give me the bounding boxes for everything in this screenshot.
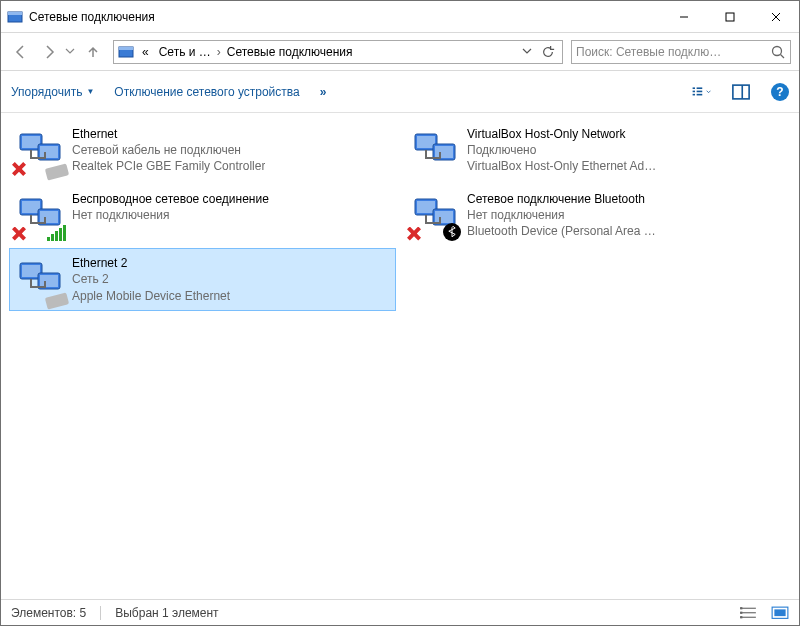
details-view-button[interactable] — [739, 606, 757, 620]
connection-device: VirtualBox Host-Only Ethernet Ad… — [467, 158, 656, 174]
address-bar[interactable]: « Сеть и … › Сетевые подключения — [113, 40, 563, 64]
breadcrumb-prefix[interactable]: « — [138, 43, 153, 61]
disable-device-button[interactable]: Отключение сетевого устройства — [114, 85, 299, 99]
breadcrumb-item-2[interactable]: Сетевые подключения — [223, 43, 357, 61]
address-dropdown-button[interactable] — [520, 45, 534, 59]
help-button[interactable]: ? — [771, 83, 789, 101]
toolbar-more-button[interactable]: » — [320, 85, 327, 99]
window-icon — [7, 9, 23, 25]
svg-rect-11 — [693, 91, 695, 93]
chevron-right-icon: › — [217, 45, 221, 59]
connection-text: Сетевое подключение BluetoothНет подключ… — [467, 191, 656, 240]
connection-name: VirtualBox Host-Only Network — [467, 126, 656, 142]
svg-rect-25 — [435, 146, 453, 158]
titlebar: Сетевые подключения — [1, 1, 799, 33]
navbar: « Сеть и … › Сетевые подключения Поиск: … — [1, 33, 799, 71]
svg-line-9 — [781, 54, 785, 58]
nav-arrows — [9, 40, 105, 64]
bluetooth-icon — [443, 223, 461, 241]
svg-rect-15 — [697, 94, 703, 96]
search-input[interactable]: Поиск: Сетевые подклю… — [571, 40, 791, 64]
svg-rect-21 — [40, 146, 58, 158]
connection-item[interactable]: VirtualBox Host-Only NetworkПодключеноVi… — [404, 119, 791, 182]
large-icons-view-button[interactable] — [771, 606, 789, 620]
connection-device: Bluetooth Device (Personal Area … — [467, 223, 656, 239]
svg-rect-3 — [726, 13, 734, 21]
connection-text: VirtualBox Host-Only NetworkПодключеноVi… — [467, 126, 656, 175]
svg-rect-33 — [435, 211, 453, 223]
breadcrumb: « Сеть и … › Сетевые подключения — [138, 43, 516, 61]
toolbar: Упорядочить ▼ Отключение сетевого устрой… — [1, 71, 799, 113]
svg-rect-45 — [774, 609, 785, 616]
status-count: Элементов: 5 — [11, 606, 86, 620]
view-options-button[interactable] — [691, 82, 711, 102]
svg-rect-14 — [697, 91, 703, 93]
connection-status: Сеть 2 — [72, 271, 230, 287]
refresh-button[interactable] — [538, 45, 558, 59]
connection-item[interactable]: Беспроводное сетевое соединениеНет подкл… — [9, 184, 396, 247]
content-area: EthernetСетевой кабель не подключенRealt… — [1, 113, 799, 599]
svg-rect-42 — [740, 611, 742, 613]
preview-pane-button[interactable] — [731, 82, 751, 102]
connection-status: Нет подключения — [467, 207, 656, 223]
connection-name: Беспроводное сетевое соединение — [72, 191, 269, 207]
connection-device: Apple Mobile Device Ethernet — [72, 288, 230, 304]
connection-name: Сетевое подключение Bluetooth — [467, 191, 656, 207]
network-adapter-icon — [16, 255, 64, 303]
close-button[interactable] — [753, 1, 799, 33]
connection-name: Ethernet — [72, 126, 265, 142]
svg-rect-7 — [119, 47, 133, 50]
status-selection: Выбран 1 элемент — [115, 606, 218, 620]
maximize-button[interactable] — [707, 1, 753, 33]
search-icon — [770, 44, 786, 60]
svg-point-8 — [773, 46, 782, 55]
window-title: Сетевые подключения — [29, 10, 661, 24]
svg-rect-35 — [22, 265, 40, 277]
connection-text: EthernetСетевой кабель не подключенRealt… — [72, 126, 265, 175]
svg-rect-23 — [417, 136, 435, 148]
forward-button[interactable] — [37, 40, 61, 64]
connection-item[interactable]: Сетевое подключение BluetoothНет подключ… — [404, 184, 791, 247]
connection-item[interactable]: EthernetСетевой кабель не подключенRealt… — [9, 119, 396, 182]
svg-rect-16 — [733, 85, 749, 99]
connection-device: Realtek PCIe GBE Family Controller — [72, 158, 265, 174]
svg-rect-41 — [740, 607, 742, 609]
statusbar-divider — [100, 606, 101, 620]
svg-rect-19 — [22, 136, 40, 148]
svg-rect-27 — [22, 201, 40, 213]
svg-rect-29 — [40, 211, 58, 223]
back-button[interactable] — [9, 40, 33, 64]
svg-rect-10 — [693, 87, 695, 89]
location-icon — [118, 44, 134, 60]
connection-status: Подключено — [467, 142, 656, 158]
network-adapter-icon — [411, 126, 459, 174]
svg-rect-43 — [740, 616, 742, 618]
svg-rect-12 — [693, 94, 695, 96]
up-button[interactable] — [81, 40, 105, 64]
organize-button[interactable]: Упорядочить ▼ — [11, 85, 94, 99]
connection-text: Беспроводное сетевое соединениеНет подкл… — [72, 191, 269, 223]
svg-rect-37 — [40, 275, 58, 287]
connection-text: Ethernet 2Сеть 2Apple Mobile Device Ethe… — [72, 255, 230, 304]
connection-status: Сетевой кабель не подключен — [72, 142, 265, 158]
search-placeholder: Поиск: Сетевые подклю… — [576, 45, 770, 59]
breadcrumb-item-1[interactable]: Сеть и … — [155, 43, 215, 61]
connection-status: Нет подключения — [72, 207, 269, 223]
wifi-signal-icon — [47, 225, 66, 241]
svg-rect-1 — [8, 12, 22, 15]
network-adapter-icon — [16, 191, 64, 239]
connection-item[interactable]: Ethernet 2Сеть 2Apple Mobile Device Ethe… — [9, 248, 396, 311]
recent-locations-button[interactable] — [65, 45, 77, 59]
disable-label: Отключение сетевого устройства — [114, 85, 299, 99]
svg-rect-31 — [417, 201, 435, 213]
network-adapter-icon — [411, 191, 459, 239]
chevron-down-icon: ▼ — [86, 87, 94, 96]
statusbar: Элементов: 5 Выбран 1 элемент — [1, 599, 799, 625]
organize-label: Упорядочить — [11, 85, 82, 99]
connections-grid: EthernetСетевой кабель не подключенRealt… — [9, 119, 791, 311]
minimize-button[interactable] — [661, 1, 707, 33]
network-adapter-icon — [16, 126, 64, 174]
connection-name: Ethernet 2 — [72, 255, 230, 271]
svg-rect-13 — [697, 87, 703, 89]
